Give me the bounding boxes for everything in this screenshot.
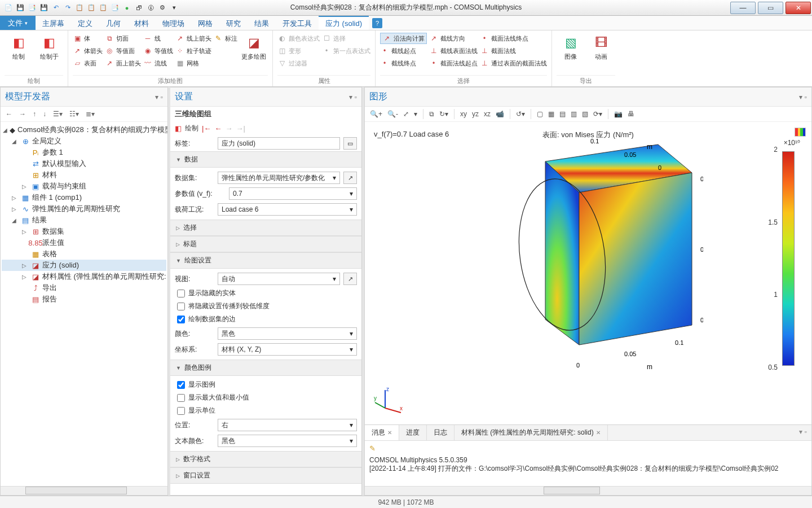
tree-datasets[interactable]: 数据集	[42, 226, 64, 237]
camera-icon[interactable]: 📷	[612, 109, 624, 119]
qat-run-icon[interactable]: ●	[122, 3, 132, 13]
view-xy-icon[interactable]: xy	[458, 109, 469, 119]
nav-first-icon[interactable]: |←	[202, 124, 211, 133]
tab-stress-solid[interactable]: 应力 (solid)	[319, 16, 369, 30]
tree-matprop[interactable]: 材料属性 (弹性属性的单元周期性研究:	[42, 271, 166, 282]
close-icon[interactable]: ✕	[387, 430, 392, 436]
plot-button[interactable]: ◧绘制	[5, 32, 33, 75]
qat-new-icon[interactable]: 📄	[3, 3, 14, 13]
tree-params[interactable]: 参数 1	[42, 147, 63, 157]
tabs-menu-icon[interactable]: ▾ ▫	[795, 425, 811, 440]
particle-btn[interactable]: ⁘粒子轨迹	[175, 45, 211, 56]
tab-log[interactable]: 日志	[427, 425, 454, 440]
select-attr-btn[interactable]: ☐选择	[322, 33, 370, 44]
panel-close-icon[interactable]: ▫	[161, 93, 163, 101]
color-expr-btn[interactable]: ◐颜色表达式	[277, 33, 320, 44]
tab-home[interactable]: 主屏幕	[36, 16, 71, 30]
tree-scrollbar[interactable]	[1, 486, 167, 495]
sec-numfmt[interactable]: ▷数字格式	[170, 451, 361, 467]
arrow-volume-btn[interactable]: ↗体箭头	[73, 45, 103, 56]
panel-close-icon[interactable]: ▫	[805, 93, 807, 101]
sec-plotset[interactable]: ▼绘图设置	[170, 252, 361, 269]
sec-legend[interactable]: ▼颜色图例	[170, 360, 361, 376]
grid3-icon[interactable]: ▤	[558, 109, 567, 119]
streamline-btn[interactable]: 〰流线	[143, 58, 173, 69]
qat-redo-icon[interactable]: ↷	[63, 3, 73, 13]
nav-fwd-icon[interactable]: →	[17, 109, 28, 119]
mini-legend-icon[interactable]	[795, 128, 806, 137]
tab-devtools[interactable]: 开发工具	[276, 16, 319, 30]
sel-box-icon[interactable]: ⧉	[427, 109, 436, 119]
tree-stress[interactable]: 应力 (solid)	[42, 260, 79, 270]
tree-load[interactable]: 载荷与约束组	[42, 181, 86, 191]
close-button[interactable]: ✕	[785, 2, 811, 14]
mesh-btn[interactable]: ▦网格	[175, 58, 211, 69]
tree-derived[interactable]: 派生值	[42, 238, 64, 248]
tree-tables[interactable]: 表格	[42, 249, 57, 259]
dataset-select[interactable]: 弹性属性的单元周期性研究/参数化▾	[218, 172, 340, 184]
zoom-in-icon[interactable]: 🔍+	[368, 109, 384, 119]
image-export-btn[interactable]: ▧图像	[557, 32, 585, 75]
cutline-dir-btn[interactable]: ↗截线方向	[429, 33, 478, 44]
qat-doc-icon[interactable]: 📑	[110, 3, 120, 13]
chk-propagate[interactable]	[177, 303, 185, 310]
sec-data[interactable]: ▼数据	[170, 151, 361, 168]
refresh-icon[interactable]: ⟳▾	[592, 109, 604, 119]
tab-study[interactable]: 研究	[219, 16, 248, 30]
tab-mesh[interactable]: 网格	[191, 16, 219, 30]
line-btn[interactable]: ─线	[143, 33, 173, 44]
help-button[interactable]: ?	[372, 18, 382, 28]
tree-globaldef[interactable]: 全局定义	[32, 136, 61, 146]
label-extra-button[interactable]: ▭	[343, 137, 357, 150]
sec-select[interactable]: ▷选择	[170, 220, 361, 236]
legend-pos-select[interactable]: 右▾	[218, 419, 357, 431]
sec-winset[interactable]: ▷窗口设置	[170, 467, 361, 484]
view-select[interactable]: 自动▾	[218, 273, 340, 285]
tree-results[interactable]: 结果	[32, 215, 47, 225]
file-menu-button[interactable]: 文件▾	[0, 16, 36, 30]
graphics-canvas[interactable]: v_f(7)=0.7 Load case 6 表面: von Mises 应力 …	[365, 122, 811, 424]
qat-saveas-icon[interactable]: 💾	[39, 3, 49, 13]
chk-plot-edges[interactable]	[177, 316, 185, 323]
tree-study[interactable]: 弹性属性的单元周期性研究	[32, 204, 120, 214]
tree-report[interactable]: 报告	[42, 294, 57, 304]
nav-last-icon[interactable]: →|	[236, 124, 245, 133]
tree-root[interactable]: Comsol经典实例028：复合材料的细观力学模型	[17, 125, 167, 135]
nav-next-icon[interactable]: →	[225, 124, 232, 133]
rotate-icon[interactable]: ↻▾	[438, 109, 450, 119]
color-select[interactable]: 黑色▾	[218, 327, 357, 340]
minimize-button[interactable]: —	[730, 2, 756, 14]
coord-select[interactable]: 材料 (X, Y, Z)▾	[218, 343, 357, 356]
print-icon[interactable]: 🖶	[626, 109, 636, 119]
qat-dup-icon[interactable]: 📋	[98, 3, 108, 13]
tab-materials[interactable]: 材料	[127, 16, 156, 30]
nav-up-icon[interactable]: ↑	[31, 109, 38, 119]
sec-title[interactable]: ▷标题	[170, 236, 361, 252]
tab-definitions[interactable]: 定义	[71, 16, 99, 30]
close-icon[interactable]: ✕	[596, 430, 601, 436]
qat-paste-icon[interactable]: 📋	[86, 3, 96, 13]
chk-show-minmax[interactable]	[177, 394, 185, 402]
qat-copy-icon[interactable]: 📋	[74, 3, 85, 13]
surface-btn[interactable]: ▱表面	[73, 58, 103, 69]
cutplane-end-btn[interactable]: •截面法线终点	[480, 33, 547, 44]
zoom-menu-icon[interactable]: ▾	[412, 109, 419, 119]
tab-progress[interactable]: 进度	[399, 425, 427, 440]
tree-export[interactable]: 导出	[42, 283, 57, 293]
video-icon[interactable]: 📹	[494, 109, 506, 119]
volume-btn[interactable]: ▣体	[73, 33, 103, 44]
grid5-icon[interactable]: ▧	[580, 109, 590, 119]
panel-menu-icon[interactable]: ▾	[155, 93, 158, 101]
tab-physics[interactable]: 物理场	[156, 16, 191, 30]
model-tree[interactable]: ◢◆Comsol经典实例028：复合材料的细观力学模型 ◢⊕全局定义 Pᵢ参数 …	[1, 122, 167, 486]
grid2-icon[interactable]: ▦	[546, 109, 556, 119]
filter-btn[interactable]: ▽过滤器	[277, 58, 320, 69]
tree-comp[interactable]: 组件 1 (comp1)	[32, 192, 82, 203]
view-goto-button[interactable]: ↗	[343, 273, 357, 285]
zoom-out-icon[interactable]: 🔍-	[386, 109, 400, 119]
qat-window-icon[interactable]: 🗗	[134, 3, 144, 13]
nav-prev-icon[interactable]: ←	[214, 124, 222, 133]
panel-menu-icon[interactable]: ▾	[799, 93, 802, 101]
grid4-icon[interactable]: ▥	[569, 109, 579, 119]
plot-action-button[interactable]: 绘制	[185, 124, 198, 133]
